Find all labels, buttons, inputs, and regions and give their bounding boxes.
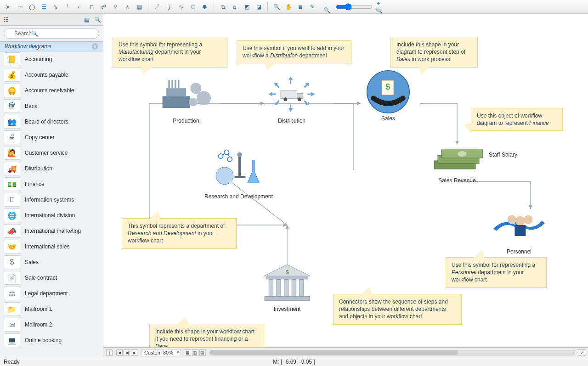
ellipse-tool[interactable]: ◯ (27, 2, 37, 12)
send-back[interactable]: ◪ (254, 2, 264, 12)
curve-tool[interactable]: ∿ (176, 2, 186, 12)
zoom-in-icon[interactable]: ＋🔍 (375, 2, 385, 12)
svg-point-27 (227, 157, 232, 162)
node-distribution[interactable]: Distribution (264, 73, 319, 124)
close-group-icon[interactable]: × (92, 43, 98, 50)
stencil-item[interactable]: 📒Accounting (0, 51, 103, 67)
stencil-item[interactable]: ✉Mailroom 2 (0, 317, 103, 332)
svg-point-16 (298, 97, 301, 101)
callout-text: Use this symbol for representing a Manuf… (119, 41, 202, 62)
zoom-slider[interactable] (336, 3, 373, 11)
grid-view-icon[interactable]: ▦ (81, 15, 92, 25)
drawing-canvas[interactable]: Production Distribution $ Sales (103, 14, 588, 348)
tree-view-icon[interactable]: ☷ (0, 15, 11, 25)
text-tool[interactable]: ☰ (39, 2, 49, 12)
new-page[interactable]: ▤ (134, 2, 144, 12)
search-input[interactable] (4, 28, 99, 39)
stencil-item[interactable]: 🪙Accounts receivable (0, 83, 103, 98)
stencil-label: Accounting (25, 56, 52, 62)
svg-rect-39 (266, 276, 308, 279)
hand-tool[interactable]: ✋ (283, 2, 294, 12)
stencil-item[interactable]: 💰Accounts payable (0, 67, 103, 83)
callout-personnel: Use this symbol for representing a Perso… (446, 257, 547, 288)
stencil-thumb-icon: 🚚 (4, 162, 20, 175)
stencil-item[interactable]: 🚚Distribution (0, 161, 103, 176)
stencil-thumb-icon: 👥 (4, 115, 20, 129)
svg-rect-45 (265, 296, 310, 300)
ungroup-tool[interactable]: ⧈ (230, 2, 240, 12)
svg-rect-4 (163, 96, 190, 108)
rect-tool[interactable]: ▭ (15, 2, 25, 12)
page-first[interactable]: ⏮ (116, 349, 123, 356)
poly-tool[interactable]: ⬡ (188, 2, 198, 12)
stencil-item[interactable]: 💻Online booking (0, 332, 103, 348)
callout-text: Use this symbol if you want to add in yo… (243, 45, 344, 59)
view-outline[interactable]: ▥ (192, 349, 198, 356)
view-normal[interactable]: ▦ (185, 349, 191, 356)
stencil-item[interactable]: 🌐International division (0, 208, 103, 223)
stencil-item[interactable]: 🤝International sales (0, 239, 103, 254)
collapse-handle[interactable]: ∥ (106, 349, 113, 356)
stencil-group-header[interactable]: Workflow diagrams × (0, 41, 103, 51)
connector-multi[interactable]: ⑃ (122, 2, 132, 12)
truck-arrows-icon (264, 73, 319, 115)
layers-tool[interactable]: ≣ (295, 2, 305, 12)
node-label: Personnel (492, 248, 547, 255)
line-tool[interactable]: ／ (152, 2, 162, 12)
stencil-item[interactable]: 🖥Information systems (0, 192, 103, 208)
node-production[interactable]: Production (158, 73, 214, 124)
stencil-item[interactable]: 🖨Copy center (0, 130, 103, 145)
node-personnel[interactable]: Personnel (492, 204, 547, 255)
stencil-thumb-icon: 💻 (4, 333, 20, 347)
svg-text:$: $ (385, 82, 390, 91)
page-next[interactable]: ▶ (131, 349, 137, 356)
stencil-label: Distribution (25, 165, 52, 172)
stencil-label: International sales (25, 243, 69, 250)
stencil-item[interactable]: $Sales (0, 254, 103, 270)
connector-straight[interactable]: ↘ (51, 2, 61, 12)
node-sales[interactable]: $ Sales (361, 71, 416, 122)
people-cycle-icon (492, 204, 547, 246)
bring-front[interactable]: ◩ (242, 2, 252, 12)
stencil-item[interactable]: 📁Mailroom 1 (0, 301, 103, 317)
group-tool[interactable]: ⧉ (218, 2, 228, 12)
poly-closed-tool[interactable]: ⯂ (200, 2, 210, 12)
stencil-label: Bank (25, 103, 37, 109)
zoom-tool[interactable]: 🔍 (271, 2, 282, 12)
node-investment[interactable]: $ Investment (260, 262, 315, 312)
status-bar: Ready M: [ -6.69, -9.05 ] (0, 357, 588, 366)
callout-text: Include this shape in your diagram to re… (396, 41, 465, 62)
arc-tool[interactable]: ⟆ (164, 2, 174, 12)
svg-rect-37 (514, 225, 526, 236)
svg-point-35 (515, 216, 525, 226)
connector-tree[interactable]: ☍ (98, 2, 108, 12)
expand-handle[interactable]: ⤢ (579, 349, 585, 356)
stencil-item[interactable]: 👥Board of directors (0, 114, 103, 130)
connector-branch[interactable]: ⑂ (110, 2, 120, 12)
eyedrop-tool[interactable]: ✎ (307, 2, 317, 12)
stencil-item[interactable]: 🏛Bank (0, 98, 103, 114)
connector-z[interactable]: ⌐ (74, 2, 85, 12)
stencil-item[interactable]: 📣International marketing (0, 223, 103, 239)
connector-l[interactable]: └ (62, 2, 73, 12)
stencil-item[interactable]: 📄Sale contract (0, 270, 103, 286)
stencil-item[interactable]: 🙋Customer service (0, 145, 103, 161)
search-toggle-icon[interactable]: 🔍 (92, 15, 103, 25)
svg-rect-6 (168, 80, 170, 88)
node-sales-revenue[interactable]: Sales Revenue (430, 142, 485, 184)
page-prev[interactable]: ◀ (124, 349, 130, 356)
connector-u[interactable]: ⊓ (86, 2, 96, 12)
stencil-item[interactable]: ⚖Legal department (0, 286, 103, 301)
callout-connectors: Connectors show the sequence of steps an… (333, 294, 462, 325)
stencil-label: Accounts payable (25, 72, 68, 78)
horizontal-scrollbar[interactable] (209, 350, 575, 355)
view-full[interactable]: ▤ (199, 349, 206, 356)
stencil-item[interactable]: 💵Finance (0, 176, 103, 192)
stencil-thumb-icon: 💵 (4, 177, 20, 191)
zoom-out-icon[interactable]: –🔍 (323, 2, 333, 12)
zoom-dropdown[interactable]: Custom 80% (141, 349, 181, 356)
node-label: Investment (260, 306, 315, 312)
pointer-tool[interactable]: ➤ (3, 2, 13, 12)
stencil-label: Mailroom 1 (25, 306, 52, 312)
node-rnd[interactable]: Research and Development (204, 149, 273, 200)
